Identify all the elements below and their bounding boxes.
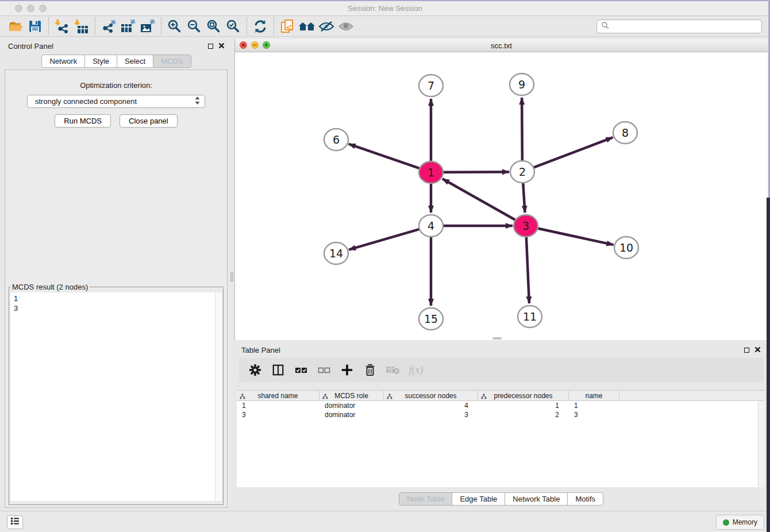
create-column-button[interactable] [337, 361, 357, 379]
edge-2-8[interactable] [533, 137, 613, 168]
cell-name[interactable]: 1 [569, 402, 619, 410]
cell-MCDS-role[interactable]: dominator [319, 411, 384, 419]
run-mcds-button[interactable]: Run MCDS [55, 114, 111, 128]
select-all-columns-button[interactable] [291, 361, 311, 379]
cell-name[interactable]: 3 [569, 411, 619, 419]
close-panel-button[interactable]: Close panel [120, 114, 178, 128]
tab-edge-table[interactable]: Edge Table [452, 492, 505, 506]
search-input[interactable] [612, 22, 761, 32]
column-header-MCDS-role[interactable]: MCDS role [319, 391, 384, 400]
cell-MCDS-role[interactable]: dominator [319, 402, 384, 410]
canvas-hscroll-thumb[interactable] [492, 337, 502, 340]
edge-4-14[interactable] [349, 229, 420, 250]
task-history-button[interactable] [7, 515, 23, 529]
duplicate-network-button[interactable] [278, 18, 297, 35]
column-header-shared-name[interactable]: shared name [237, 391, 319, 400]
search-field[interactable] [596, 20, 762, 33]
column-label: name [585, 392, 602, 400]
toolbar-separator [48, 18, 49, 35]
edge-3-1[interactable] [442, 179, 516, 220]
node-2[interactable]: 2 [510, 161, 534, 183]
node-1[interactable]: 1 [419, 161, 443, 183]
first-neighbors-button[interactable] [297, 18, 317, 35]
delete-table-icon [386, 364, 401, 376]
memory-button[interactable]: Memory [716, 515, 764, 530]
save-session-button[interactable] [25, 18, 45, 35]
tab-network-table[interactable]: Network Table [505, 492, 568, 506]
column-header-predecessor-nodes[interactable]: predecessor nodes [478, 391, 569, 400]
table-panel-header: Table Panel [234, 343, 768, 357]
edge-1-6[interactable] [349, 144, 420, 169]
show-columns-button[interactable] [268, 361, 288, 379]
node-15[interactable]: 15 [419, 308, 443, 330]
export-image-button[interactable] [138, 18, 157, 35]
import-network-button[interactable] [52, 18, 72, 35]
node-9[interactable]: 9 [510, 74, 534, 95]
edge-2-3[interactable] [523, 183, 525, 213]
node-4[interactable]: 4 [419, 215, 443, 237]
zoom-in-button[interactable] [165, 18, 184, 35]
tab-style[interactable]: Style [84, 55, 117, 68]
delete-columns-button[interactable] [360, 361, 380, 379]
show-hidden-button[interactable] [336, 18, 356, 35]
tab-network[interactable]: Network [41, 55, 85, 68]
close-window-button[interactable] [15, 5, 22, 12]
apply-layout-button[interactable] [251, 18, 270, 35]
close-panel-icon[interactable] [218, 42, 225, 51]
float-table-panel-icon[interactable] [744, 348, 749, 353]
network-canvas[interactable]: 7968124314101511 [235, 52, 767, 340]
close-table-panel-icon[interactable] [754, 346, 761, 354]
open-session-button[interactable] [6, 18, 25, 35]
node-8[interactable]: 8 [613, 122, 637, 144]
node-3[interactable]: 3 [514, 215, 538, 237]
network-view-window: scc.txt 7968124314101511 [234, 39, 768, 340]
cell-successor-nodes[interactable]: 3 [384, 411, 478, 419]
edge-3-10[interactable] [537, 228, 614, 245]
maximize-window-button[interactable] [39, 5, 47, 12]
cell-predecessor-nodes[interactable]: 1 [478, 402, 569, 410]
cell-successor-nodes[interactable]: 4 [384, 402, 478, 410]
node-10[interactable]: 10 [614, 237, 638, 259]
table-row-2[interactable]: 3dominator323 [237, 410, 764, 419]
node-6[interactable]: 6 [324, 129, 348, 151]
node-7[interactable]: 7 [419, 75, 443, 97]
result-scrollbar[interactable] [215, 292, 222, 501]
tab-select[interactable]: Select [117, 55, 153, 68]
float-panel-icon[interactable] [208, 44, 213, 49]
edge-1-2[interactable] [442, 172, 509, 172]
column-header-name[interactable]: name [569, 391, 619, 400]
cell-shared-name[interactable]: 3 [237, 411, 319, 419]
zoom-fit-button[interactable] [204, 18, 224, 35]
tab-node-table[interactable]: Node Table [399, 492, 453, 506]
minimize-view-button[interactable] [251, 41, 259, 49]
tab-motifs[interactable]: Motifs [567, 492, 603, 506]
edge-3-11[interactable] [526, 237, 529, 303]
table-scrollbar[interactable] [758, 401, 764, 487]
criterion-select[interactable]: strongly connected component [27, 95, 205, 108]
edge-2-9[interactable] [522, 98, 522, 160]
unselect-all-columns-button[interactable] [314, 361, 334, 379]
zoom-selected-button[interactable] [224, 18, 243, 35]
node-14[interactable]: 14 [324, 242, 348, 264]
zoom-view-button[interactable] [263, 41, 270, 49]
tab-mcds[interactable]: MCDS [153, 55, 191, 68]
export-network-button[interactable] [99, 18, 118, 35]
hide-selected-button[interactable] [317, 18, 336, 35]
node-11[interactable]: 11 [518, 306, 542, 327]
column-header-successor-nodes[interactable]: successor nodes [384, 391, 478, 400]
minimize-window-button[interactable] [27, 5, 34, 12]
zoom-out-button[interactable] [184, 18, 204, 35]
tree-icon [240, 393, 245, 401]
mcds-result-list[interactable]: 1 3 [10, 292, 222, 501]
cell-shared-name[interactable]: 1 [237, 402, 319, 410]
import-table-button[interactable] [72, 18, 91, 35]
delete-table-button[interactable] [383, 361, 403, 379]
close-view-button[interactable] [240, 41, 247, 49]
table-options-button[interactable] [245, 361, 265, 379]
split-pane-handle[interactable] [230, 272, 233, 282]
table-row-1[interactable]: 1dominator411 [237, 401, 764, 410]
cell-predecessor-nodes[interactable]: 2 [478, 411, 569, 419]
export-table-button[interactable] [118, 18, 138, 35]
network-view-title: scc.txt [491, 41, 512, 50]
function-builder-button[interactable]: f(x) [406, 361, 426, 379]
